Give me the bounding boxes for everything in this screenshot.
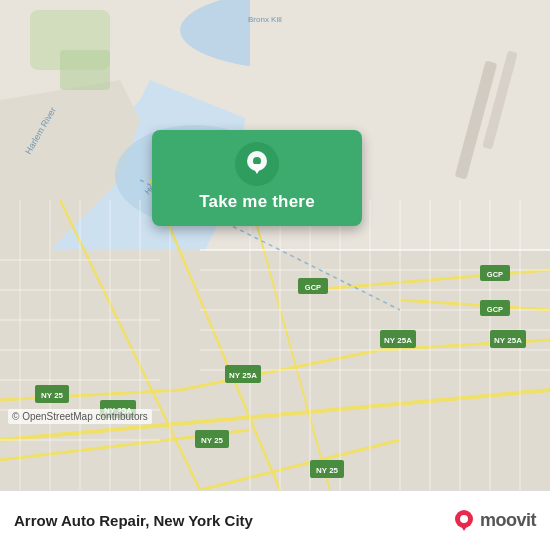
svg-text:GCP: GCP: [305, 283, 321, 292]
svg-text:GCP: GCP: [487, 270, 503, 279]
map-attribution: © OpenStreetMap contributors: [8, 409, 152, 424]
location-info: Arrow Auto Repair, New York City: [14, 512, 253, 529]
svg-text:NY 25: NY 25: [316, 466, 339, 475]
map-container: Harlem River Hell G Bronx Kill NY 25 NY …: [0, 0, 550, 490]
svg-text:NY 25A: NY 25A: [229, 371, 257, 380]
location-name: Arrow Auto Repair, New York City: [14, 512, 253, 529]
take-me-there-button[interactable]: Take me there: [199, 192, 315, 212]
svg-point-80: [253, 157, 261, 165]
svg-text:NY 25: NY 25: [41, 391, 64, 400]
moovit-text: moovit: [480, 510, 536, 531]
location-card[interactable]: Take me there: [152, 130, 362, 226]
svg-text:Bronx Kill: Bronx Kill: [248, 15, 282, 24]
svg-text:NY 25A: NY 25A: [494, 336, 522, 345]
bottom-bar: Arrow Auto Repair, New York City moovit: [0, 490, 550, 550]
svg-rect-10: [60, 50, 110, 90]
svg-point-83: [460, 515, 468, 523]
svg-text:GCP: GCP: [487, 305, 503, 314]
svg-text:NY 25A: NY 25A: [384, 336, 412, 345]
moovit-logo: moovit: [452, 509, 536, 533]
svg-text:NY 25: NY 25: [201, 436, 224, 445]
location-pin-icon: [235, 142, 279, 186]
moovit-pin-icon: [452, 509, 476, 533]
